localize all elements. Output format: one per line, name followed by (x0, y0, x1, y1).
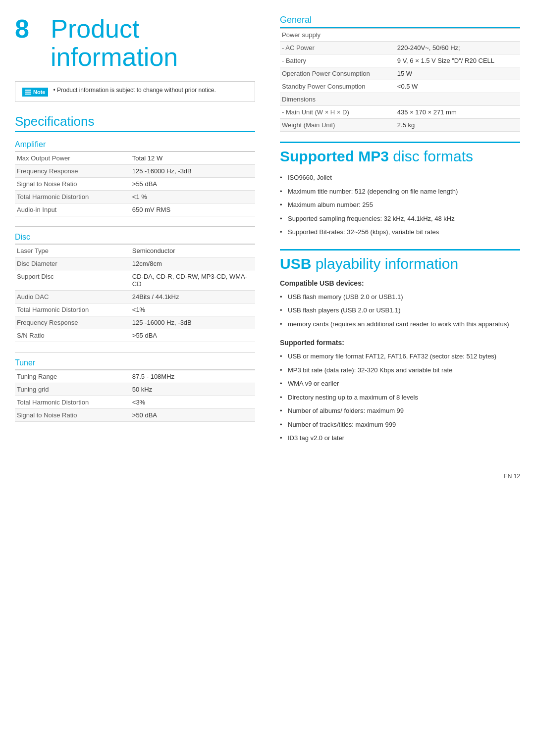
table-row: S/N Ratio>55 dBA (15, 329, 255, 342)
note-box: Note • Product information is subject to… (15, 81, 255, 102)
list-item: Number of tracks/titles: maximum 999 (280, 418, 520, 432)
table-row: - Battery9 V, 6 × 1.5 V Size "D"/ R20 CE… (280, 54, 520, 67)
formats-bullets: USB or memory file format FAT12, FAT16, … (280, 350, 520, 445)
specifications-title: Specifications (15, 114, 255, 132)
table-row: Power supply (280, 29, 520, 42)
list-item: USB or memory file format FAT12, FAT16, … (280, 350, 520, 363)
table-row: Operation Power Consumption15 W (280, 67, 520, 80)
list-item: Maximum title number: 512 (depending on … (280, 185, 520, 199)
list-item: Number of albums/ folders: maximum 99 (280, 404, 520, 418)
amplifier-title: Amplifier (15, 140, 255, 151)
list-item: ID3 tag v2.0 or later (280, 431, 520, 445)
usb-section-title: USB playability information (280, 249, 520, 272)
table-row: Signal to Noise Ratio>50 dBA (15, 409, 255, 422)
general-table: Power supply - AC Power220-240V~, 50/60 … (280, 28, 520, 132)
page-footer: EN 12 (15, 468, 520, 480)
footer-text: EN 12 (504, 473, 520, 480)
list-item: Supported sampling frequencies: 32 kHz, … (280, 212, 520, 226)
amplifier-table: Max Output PowerTotal 12 WFrequency Resp… (15, 151, 255, 216)
disc-title: Disc (15, 233, 255, 244)
title-line2: information (15, 43, 178, 71)
mp3-title-normal: disc formats (389, 148, 473, 164)
table-row: Max Output PowerTotal 12 W (15, 152, 255, 165)
table-row: Frequency Response125 -16000 Hz, -3dB (15, 316, 255, 329)
tuner-title: Tuner (15, 358, 255, 370)
table-row: Tuning Range87.5 - 108MHz (15, 370, 255, 383)
list-item: ISO9660, Joliet (280, 171, 520, 185)
table-row: Frequency Response125 -16000 Hz, -3dB (15, 165, 255, 178)
left-column: 8 Product information Note • Product inf… (15, 15, 260, 453)
table-row: Total Harmonic Distortion<1% (15, 303, 255, 316)
compatible-label: Compatible USB devices: (280, 279, 520, 287)
note-icon: Note (22, 88, 48, 97)
list-item: MP3 bit rate (data rate): 32-320 Kbps an… (280, 363, 520, 377)
table-row: Tuning grid50 kHz (15, 383, 255, 396)
formats-label: Supported formats: (280, 339, 520, 347)
mp3-bullets: ISO9660, JolietMaximum title number: 512… (280, 171, 520, 239)
list-item: USB flash players (USB 2.0 or USB1.1) (280, 303, 520, 317)
table-row: Audio DAC24Bits / 44.1kHz (15, 291, 255, 303)
list-item: Supported Bit-rates: 32~256 (kbps), vari… (280, 225, 520, 239)
compatible-bullets: USB flash memory (USB 2.0 or USB1.1)USB … (280, 290, 520, 331)
list-item: WMA v9 or earlier (280, 377, 520, 391)
table-row: Total Harmonic Distortion<1 % (15, 191, 255, 203)
table-row: Weight (Main Unit)2.5 kg (280, 119, 520, 132)
general-title: General (280, 15, 520, 28)
disc-table: Laser TypeSemiconductorDisc Diameter12cm… (15, 244, 255, 342)
page-title: 8 Product information (15, 15, 255, 71)
table-row: Standby Power Consumption<0.5 W (280, 80, 520, 93)
tuner-table: Tuning Range87.5 - 108MHzTuning grid50 k… (15, 370, 255, 422)
chapter-number: 8 (15, 14, 29, 43)
mp3-title-bold: Supported MP3 (280, 148, 389, 164)
table-row: Signal to Noise Ratio>55 dBA (15, 178, 255, 191)
title-line1: Product (51, 14, 139, 43)
list-item: Maximum album number: 255 (280, 198, 520, 212)
table-row: - AC Power220-240V~, 50/60 Hz; (280, 42, 520, 54)
note-label: Note (33, 89, 45, 95)
table-row: Disc Diameter12cm/8cm (15, 257, 255, 270)
list-item: memory cards (requires an additional car… (280, 317, 520, 331)
usb-title-bold: USB (280, 255, 311, 272)
right-column: General Power supply - AC Power220-240V~… (275, 15, 520, 453)
usb-title-normal: playability information (311, 255, 458, 272)
table-row: Dimensions (280, 93, 520, 106)
list-item: USB flash memory (USB 2.0 or USB1.1) (280, 290, 520, 304)
table-row: Laser TypeSemiconductor (15, 245, 255, 257)
table-row: Audio-in Input650 mV RMS (15, 203, 255, 216)
mp3-section-title: Supported MP3 disc formats (280, 142, 520, 165)
table-row: - Main Unit (W × H × D)435 × 170 × 271 m… (280, 106, 520, 119)
note-text: • Product information is subject to chan… (53, 87, 215, 94)
table-row: Total Harmonic Distortion<3% (15, 396, 255, 409)
table-row: Support DiscCD-DA, CD-R, CD-RW, MP3-CD, … (15, 270, 255, 291)
list-item: Directory nesting up to a maximum of 8 l… (280, 391, 520, 404)
